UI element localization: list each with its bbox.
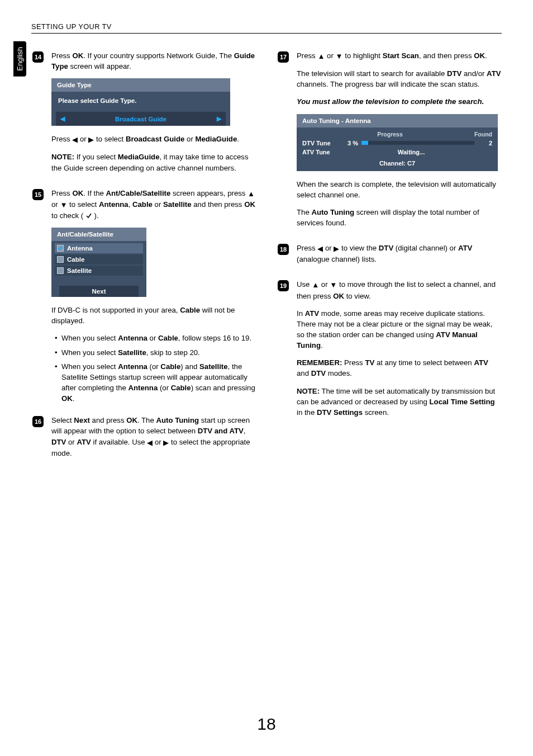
acs-row-satellite[interactable]: Satellite — [55, 266, 143, 276]
col-progress: Progress — [342, 131, 437, 138]
svg-text:14: 14 — [35, 54, 42, 60]
guide-type-panel: Guide Type Please select Guide Type. ◀ B… — [51, 78, 230, 126]
progress-bar — [361, 141, 474, 145]
acs-title: Ant/Cable/Satellite — [51, 228, 146, 241]
tune-row-dtv: DTV Tune 3 % 2 — [297, 139, 498, 148]
step-19-p4: NOTE: The time will be set automatically… — [297, 386, 502, 418]
triangle-up-icon: ▲ — [317, 51, 325, 62]
step-15-list: When you select Antenna or Cable, follow… — [51, 333, 256, 404]
acs-row-cable[interactable]: Cable — [55, 254, 143, 264]
step-14-p2: Press ◀ or ▶ to select Broadcast Guide o… — [51, 134, 256, 145]
step-14-note: NOTE: If you select MediaGuide, it may t… — [51, 152, 256, 173]
step-17-p4: When the search is complete, the televis… — [297, 179, 502, 200]
step-17-p3: You must allow the television to complet… — [297, 96, 502, 107]
header-rule — [31, 33, 502, 34]
svg-text:16: 16 — [35, 418, 41, 425]
acs-next-button[interactable]: Next — [59, 286, 139, 297]
step-17-p2: The television will start to search for … — [297, 68, 502, 89]
triangle-left-icon: ◀ — [317, 243, 323, 254]
step-16-p1: Select Next and press OK. The Auto Tunin… — [51, 415, 256, 459]
progress-bar-fill — [361, 141, 368, 145]
step-number-icon: 14 — [31, 50, 45, 180]
step-number-icon: 18 — [277, 243, 290, 271]
step-number-icon: 17 — [277, 50, 290, 235]
triangle-left-icon: ◀ — [147, 437, 153, 448]
triangle-right-icon: ▶ — [217, 115, 221, 122]
step-17: 17 Press ▲ or ▼ to highlight Start Scan,… — [277, 50, 502, 235]
triangle-up-icon: ▲ — [312, 280, 319, 290]
checkbox-icon — [57, 256, 64, 263]
triangle-down-icon: ▼ — [330, 280, 337, 290]
step-15-body: Press OK. If the Ant/Cable/Satellite scr… — [51, 188, 256, 408]
content-columns: 14 Press OK. If your country supports Ne… — [31, 50, 502, 473]
list-item: When you select Satellite, skip to step … — [55, 347, 256, 358]
triangle-right-icon: ▶ — [88, 134, 94, 145]
step-14-p1: Press OK. If your country supports Netwo… — [51, 50, 256, 72]
section-title: SETTING UP YOUR TV — [31, 22, 502, 31]
auto-tuning-panel: Auto Tuning - Antenna Progress Found DTV… — [297, 114, 498, 171]
page-number: 18 — [0, 715, 533, 734]
step-17-body: Press ▲ or ▼ to highlight Start Scan, an… — [297, 50, 502, 235]
col-found: Found — [437, 131, 492, 138]
triangle-left-icon: ◀ — [72, 134, 78, 145]
triangle-right-icon: ▶ — [334, 243, 339, 254]
step-15: 15 Press OK. If the Ant/Cable/Satellite … — [31, 188, 256, 408]
step-15-p1: Press OK. If the Ant/Cable/Satellite scr… — [51, 188, 256, 221]
list-item: When you select Antenna or Cable, follow… — [55, 333, 256, 343]
acs-list: Antenna Cable Satellite — [51, 241, 146, 279]
tune-header-row: Progress Found — [297, 127, 498, 139]
triangle-left-icon: ◀ — [60, 115, 65, 122]
page-header: SETTING UP YOUR TV — [31, 22, 502, 34]
step-number-icon: 19 — [277, 279, 290, 424]
step-number-icon: 15 — [31, 188, 45, 408]
tune-title: Auto Tuning - Antenna — [297, 114, 498, 127]
ant-cable-sat-panel: Ant/Cable/Satellite Antenna Cable Satell… — [51, 228, 146, 297]
step-17-p5: The Auto Tuning screen will display the … — [297, 207, 502, 228]
triangle-right-icon: ▶ — [163, 437, 169, 448]
svg-text:18: 18 — [280, 246, 287, 253]
step-18-body: Press ◀ or ▶ to view the DTV (digital ch… — [297, 243, 502, 271]
step-19-body: Use ▲ or ▼ to move through the list to s… — [297, 279, 502, 424]
step-15-p2: If DVB-C is not supported in your area, … — [51, 305, 256, 326]
triangle-down-icon: ▼ — [60, 200, 67, 210]
step-16: 16 Select Next and press OK. The Auto Tu… — [31, 415, 256, 465]
step-number-icon: 16 — [31, 415, 45, 465]
triangle-up-icon: ▲ — [248, 188, 255, 199]
step-19-p1: Use ▲ or ▼ to move through the list to s… — [297, 279, 502, 301]
acs-row-antenna[interactable]: Antenna — [55, 243, 143, 253]
step-19: 19 Use ▲ or ▼ to move through the list t… — [277, 279, 502, 424]
step-19-p3: REMEMBER: Press TV at any time to select… — [297, 357, 502, 379]
svg-text:17: 17 — [280, 54, 287, 60]
step-14-body: Press OK. If your country supports Netwo… — [51, 50, 256, 180]
guide-type-title: Guide Type — [51, 78, 230, 92]
step-14: 14 Press OK. If your country supports Ne… — [31, 50, 256, 180]
step-16-body: Select Next and press OK. The Auto Tunin… — [51, 415, 256, 465]
checkbox-checked-icon — [57, 245, 64, 252]
right-column: 17 Press ▲ or ▼ to highlight Start Scan,… — [277, 50, 502, 473]
left-column: 14 Press OK. If your country supports Ne… — [31, 50, 256, 473]
tune-row-atv: ATV Tune Waiting... — [297, 148, 498, 157]
step-18: 18 Press ◀ or ▶ to view the DTV (digital… — [277, 243, 502, 271]
svg-text:15: 15 — [35, 191, 41, 198]
guide-type-selector[interactable]: ◀ Broadcast Guide ▶ — [56, 112, 226, 126]
tune-channel: Channel: C7 — [297, 157, 498, 171]
step-19-p2: In ATV mode, some areas may receive dupl… — [297, 308, 502, 351]
svg-text:19: 19 — [280, 282, 287, 289]
checkbox-icon — [57, 267, 64, 274]
triangle-down-icon: ▼ — [336, 51, 343, 62]
language-tab: English — [13, 41, 26, 77]
guide-option: Broadcast Guide — [65, 116, 217, 122]
step-17-p1: Press ▲ or ▼ to highlight Start Scan, an… — [297, 50, 502, 62]
guide-type-prompt: Please select Guide Type. — [51, 92, 230, 107]
step-18-p1: Press ◀ or ▶ to view the DTV (digital ch… — [297, 243, 502, 264]
list-item: When you select Antenna (or Cable) and S… — [55, 361, 256, 404]
